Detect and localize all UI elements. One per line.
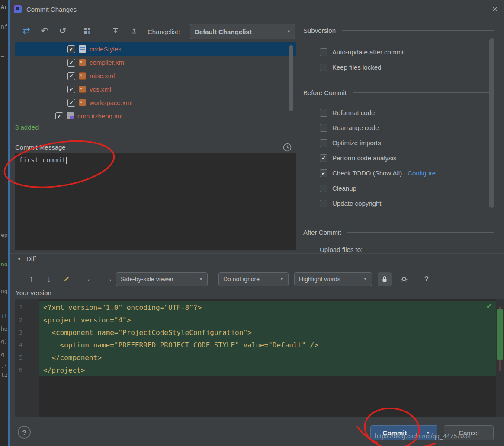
diff-editor[interactable]: 1<?xml version="1.0" encoding="UTF-8"?>2…	[15, 299, 504, 417]
option-row[interactable]: Rearrange code	[303, 120, 494, 135]
background-code-fragment: g	[1, 351, 4, 357]
dialog-titlebar: Commit Changes ×	[10, 0, 504, 19]
file-list-item[interactable]: ✓vcs.xml	[15, 83, 296, 96]
refresh-changes-icon[interactable]: ⇄	[20, 25, 32, 37]
file-list-item[interactable]: ✓compiler.xml	[15, 56, 296, 69]
dialog-title: Commit Changes	[26, 0, 77, 19]
commit-dialog-icon	[14, 5, 22, 13]
file-item-checkbox[interactable]: ✓	[67, 59, 75, 67]
commit-message-input[interactable]: first commit	[15, 153, 296, 250]
option-row[interactable]: Optimize imports	[303, 135, 494, 150]
code-text[interactable]: <option name="PREFERRED_PROJECT_CODE_STY…	[39, 339, 496, 351]
option-row[interactable]: Upload files to:	[303, 242, 494, 253]
section-divider	[353, 92, 494, 93]
option-row[interactable]: Cleanup	[303, 181, 494, 196]
after-commit-section-header: After Commit	[303, 226, 494, 239]
before-commit-title: Before Commit	[303, 89, 347, 96]
file-item-name: vcs.xml	[90, 86, 111, 93]
next-difference-icon[interactable]: ↓	[43, 273, 55, 285]
file-item-name: compiler.xml	[90, 59, 125, 66]
line-number: 4	[15, 339, 39, 351]
code-text[interactable]: </component>	[39, 351, 496, 364]
xml-file-icon	[79, 86, 86, 93]
highlight-mode-dropdown[interactable]: Highlight words ▼	[294, 272, 372, 286]
viewer-mode-value: Side-by-side viewer	[121, 276, 173, 283]
help-button[interactable]: ?	[18, 426, 31, 439]
before-commit-section-header: Before Commit	[303, 86, 494, 99]
disable-editing-button[interactable]	[378, 272, 392, 286]
line-number: 5	[15, 351, 39, 364]
close-icon[interactable]: ×	[492, 4, 498, 14]
background-code-fragment: ep	[1, 232, 8, 238]
undo-icon[interactable]: ↶	[39, 25, 51, 37]
option-label: Update copyright	[332, 200, 381, 207]
collapse-all-icon[interactable]	[128, 25, 140, 37]
code-text[interactable]: <?xml version="1.0" encoding="UTF-8"?>	[39, 301, 496, 314]
before-commit-options: Reformat codeRearrange codeOptimize impo…	[303, 105, 494, 211]
after-commit-options: Upload files to:	[303, 242, 494, 253]
commit-history-icon[interactable]	[282, 143, 292, 153]
diff-help-icon[interactable]: ?	[422, 272, 431, 286]
option-checkbox[interactable]	[320, 48, 327, 56]
collapse-all-glyph	[131, 27, 138, 34]
file-list-item[interactable]: ✓misc.xml	[15, 69, 296, 83]
file-list-item[interactable]: ✓com.itzheng.iml	[15, 109, 296, 119]
chevron-down-icon: ▼	[196, 277, 203, 281]
option-row[interactable]: Keep files locked	[303, 60, 494, 75]
commit-message-divider	[76, 148, 277, 148]
option-checkbox[interactable]	[320, 139, 327, 147]
code-text[interactable]: </project>	[39, 364, 496, 376]
whitespace-dropdown[interactable]: Do not ignore ▼	[218, 272, 289, 286]
file-item-checkbox[interactable]: ✓	[55, 112, 63, 120]
changelist-value: Default Changelist	[195, 28, 252, 35]
section-divider	[342, 30, 494, 31]
diff-settings-button[interactable]	[398, 272, 411, 286]
option-row[interactable]: ✓Perform code analysis	[303, 150, 494, 166]
option-checkbox[interactable]	[320, 64, 327, 71]
gear-icon	[400, 275, 408, 283]
added-lines-marker	[497, 309, 503, 360]
xml-file-icon	[79, 99, 86, 106]
file-item-checkbox[interactable]: ✓	[67, 99, 75, 107]
option-checkbox[interactable]: ✓	[320, 169, 327, 177]
configure-link[interactable]: Configure	[408, 169, 436, 177]
option-row[interactable]: Reformat code	[303, 105, 494, 120]
option-checkbox[interactable]	[320, 109, 327, 117]
commit-options-panel: Subversion Auto-update after commitKeep …	[303, 24, 494, 253]
file-list-item[interactable]: ✓codeStyles	[15, 42, 296, 56]
highlight-mode-value: Highlight words	[299, 276, 340, 283]
code-lines: 1<?xml version="1.0" encoding="UTF-8"?>2…	[15, 301, 496, 376]
file-item-checkbox[interactable]: ✓	[67, 72, 75, 80]
rollback-icon[interactable]: ↺	[57, 25, 69, 37]
file-item-checkbox[interactable]: ✓	[67, 86, 75, 93]
go-right-icon[interactable]: →	[103, 273, 114, 285]
option-row[interactable]: Update copyright	[303, 196, 494, 211]
file-item-checkbox[interactable]: ✓	[67, 45, 75, 53]
option-label: Upload files to:	[320, 246, 363, 253]
diff-collapse-icon[interactable]: ▼	[17, 256, 22, 261]
background-code-fragment: no	[1, 261, 8, 268]
commit-check-icon: ✓	[486, 302, 492, 311]
section-divider	[347, 232, 494, 233]
code-text[interactable]: <project version="4">	[39, 314, 496, 326]
file-list-scrollbar[interactable]	[289, 45, 293, 111]
option-row[interactable]: Auto-update after commit	[303, 45, 494, 60]
go-left-icon[interactable]: ←	[85, 273, 96, 285]
subversion-title: Subversion	[303, 27, 336, 34]
code-text[interactable]: <component name="ProjectCodeStyleConfigu…	[39, 326, 496, 339]
viewer-mode-dropdown[interactable]: Side-by-side viewer ▼	[116, 272, 208, 286]
option-checkbox[interactable]	[320, 200, 327, 207]
group-by-icon[interactable]	[81, 25, 93, 37]
option-checkbox[interactable]	[320, 185, 327, 192]
option-row[interactable]: ✓Check TODO (Show All)Configure	[303, 166, 494, 181]
option-checkbox[interactable]	[320, 124, 327, 132]
options-panel-scrollbar[interactable]	[489, 38, 494, 208]
file-list-item[interactable]: ✓workspace.xml	[15, 96, 296, 109]
edit-source-icon[interactable]	[61, 273, 72, 285]
expand-all-icon[interactable]	[109, 25, 122, 37]
changelist-dropdown[interactable]: Default Changelist ▼	[190, 24, 295, 39]
option-checkbox[interactable]: ✓	[320, 154, 327, 162]
editor-scroll-strip[interactable]	[496, 299, 504, 417]
chevron-down-icon: ▼	[276, 277, 284, 281]
previous-difference-icon[interactable]: ↑	[26, 273, 37, 285]
